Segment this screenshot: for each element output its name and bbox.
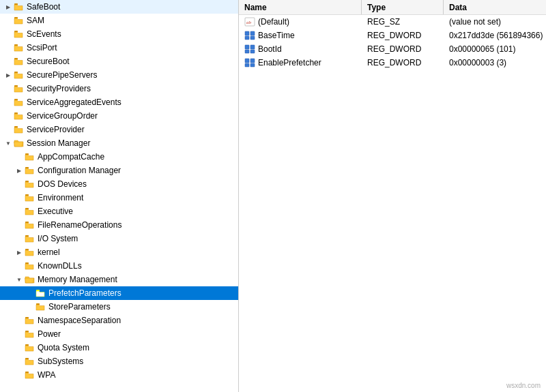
svg-rect-10 bbox=[25, 153, 29, 155]
tree-item-scevents[interactable]: ScEvents bbox=[0, 27, 238, 41]
expander-prefetchparameters[interactable] bbox=[25, 288, 35, 299]
folder-icon-filerenameoperations bbox=[25, 220, 35, 230]
expander-storeparameters[interactable] bbox=[25, 301, 35, 312]
expander-wpa[interactable] bbox=[14, 370, 25, 380]
reg-name-cell-0: ab (Default) bbox=[239, 15, 362, 29]
svg-rect-1 bbox=[14, 17, 18, 18]
tree-item-secureboot[interactable]: SecureBoot bbox=[0, 55, 238, 68]
tree-item-power[interactable]: Power bbox=[0, 327, 238, 341]
tree-item-configurationmanager[interactable]: Configuration Manager bbox=[0, 164, 238, 177]
expander-filerenameoperations[interactable] bbox=[14, 220, 25, 230]
tree-item-servicegrouporder[interactable]: ServiceGroupOrder bbox=[0, 109, 238, 123]
expander-serviceaggregatedevents[interactable] bbox=[3, 97, 14, 108]
tree-label-quotasystem: Quota System bbox=[38, 341, 89, 355]
expander-sam[interactable] bbox=[3, 15, 14, 26]
expander-scevents[interactable] bbox=[3, 29, 14, 40]
folder-icon-sam bbox=[14, 16, 25, 25]
tree-item-namespaceseparation[interactable]: NamespaceSeparation bbox=[0, 314, 238, 327]
svg-rect-22 bbox=[25, 331, 29, 332]
tree-label-configurationmanager: Configuration Manager bbox=[38, 164, 121, 177]
tree-item-scsiport[interactable]: ScsiPort bbox=[0, 41, 238, 55]
expander-power[interactable] bbox=[14, 329, 25, 340]
tree-item-serviceprovider[interactable]: ServiceProvider bbox=[0, 123, 238, 136]
tree-item-quotasystem[interactable]: Quota System bbox=[0, 341, 238, 355]
folder-icon-sessionmanager bbox=[14, 138, 25, 148]
tree-item-memorymanagement[interactable]: Memory Management bbox=[0, 273, 238, 286]
expander-serviceprovider[interactable] bbox=[3, 124, 14, 135]
svg-rect-23 bbox=[25, 344, 29, 346]
expander-sessionmanager[interactable] bbox=[3, 138, 14, 149]
registry-row[interactable]: EnablePrefetcherREG_DWORD0x00000003 (3) bbox=[239, 56, 546, 70]
reg-name-text-1: BaseTime bbox=[258, 31, 295, 40]
reg-icon-dword bbox=[244, 58, 255, 67]
tree-item-storeparameters[interactable]: StoreParameters bbox=[0, 300, 238, 314]
svg-rect-31 bbox=[250, 36, 255, 40]
tree-label-serviceprovider: ServiceProvider bbox=[27, 123, 85, 136]
tree-item-serviceaggregatedevents[interactable]: ServiceAggregatedEvents bbox=[0, 95, 238, 109]
svg-rect-35 bbox=[250, 50, 255, 53]
expander-executive[interactable] bbox=[14, 206, 25, 217]
tree-item-executive[interactable]: Executive bbox=[0, 205, 238, 218]
tree-item-filerenameoperations[interactable]: FileRenameOperations bbox=[0, 218, 238, 232]
svg-rect-3 bbox=[14, 44, 18, 46]
expander-securepipeservers[interactable] bbox=[3, 70, 14, 80]
expander-configurationmanager[interactable] bbox=[14, 165, 25, 176]
svg-rect-8 bbox=[14, 112, 18, 114]
registry-row[interactable]: BaseTimeREG_DWORD0x217dd3de (561894366) bbox=[239, 29, 546, 42]
tree-item-securepipeservers[interactable]: SecurePipeServers bbox=[0, 68, 238, 82]
registry-table: ab (Default)REG_SZ(value not set) BaseTi… bbox=[239, 15, 546, 70]
expander-quotasystem[interactable] bbox=[14, 342, 25, 353]
svg-rect-37 bbox=[250, 59, 255, 63]
tree-label-environment: Environment bbox=[38, 191, 83, 205]
expander-scsiport[interactable] bbox=[3, 42, 14, 53]
svg-rect-16 bbox=[25, 235, 29, 237]
svg-rect-38 bbox=[245, 63, 249, 67]
tree-item-dosdevices[interactable]: DOS Devices bbox=[0, 177, 238, 191]
tree-item-securityproviders[interactable]: SecurityProviders bbox=[0, 82, 238, 95]
expander-securityproviders[interactable] bbox=[3, 83, 14, 94]
tree-label-scevents: ScEvents bbox=[27, 27, 61, 41]
tree-item-environment[interactable]: Environment bbox=[0, 191, 238, 205]
reg-type-1: REG_DWORD bbox=[362, 29, 444, 42]
tree-panel[interactable]: SafeBoot SAM ScEvents ScsiPort SecureBoo… bbox=[0, 0, 239, 392]
tree-label-servicegrouporder: ServiceGroupOrder bbox=[27, 109, 98, 123]
tree-item-sam[interactable]: SAM bbox=[0, 14, 238, 27]
folder-icon-prefetchparameters bbox=[35, 288, 46, 298]
reg-type-3: REG_DWORD bbox=[362, 56, 444, 70]
tree-item-iosystem[interactable]: I/O System bbox=[0, 232, 238, 245]
tree-item-appcompatchache[interactable]: AppCompatCache bbox=[0, 150, 238, 164]
folder-icon-subsystems bbox=[25, 357, 35, 366]
folder-icon-power bbox=[25, 329, 35, 339]
expander-knowndlls[interactable] bbox=[14, 260, 25, 271]
registry-row[interactable]: BootIdREG_DWORD0x00000065 (101) bbox=[239, 42, 546, 56]
tree-label-namespaceseparation: NamespaceSeparation bbox=[38, 314, 121, 327]
tree-item-sessionmanager[interactable]: Session Manager bbox=[0, 136, 238, 150]
tree-item-knowndlls[interactable]: KnownDLLs bbox=[0, 259, 238, 273]
expander-servicegrouporder[interactable] bbox=[3, 110, 14, 121]
expander-secureboot[interactable] bbox=[3, 56, 14, 67]
expander-subsystems[interactable] bbox=[14, 356, 25, 367]
registry-row[interactable]: ab (Default)REG_SZ(value not set) bbox=[239, 15, 546, 29]
folder-icon-namespaceseparation bbox=[25, 316, 35, 325]
tree-item-kernel[interactable]: kernel bbox=[0, 245, 238, 259]
expander-memorymanagement[interactable] bbox=[14, 274, 25, 285]
folder-icon-knowndlls bbox=[25, 261, 35, 271]
tree-item-prefetchparameters[interactable]: PrefetchParameters bbox=[0, 286, 238, 300]
tree-label-sessionmanager: Session Manager bbox=[27, 136, 90, 150]
tree-label-memorymanagement: Memory Management bbox=[38, 273, 117, 286]
expander-environment[interactable] bbox=[14, 192, 25, 203]
tree-item-subsystems[interactable]: SubSystems bbox=[0, 355, 238, 368]
svg-rect-34 bbox=[245, 50, 249, 53]
folder-icon-iosystem bbox=[25, 234, 35, 243]
expander-kernel[interactable] bbox=[14, 247, 25, 258]
tree-item-safeboot[interactable]: SafeBoot bbox=[0, 0, 238, 14]
expander-safeboot[interactable] bbox=[3, 1, 14, 12]
expander-dosdevices[interactable] bbox=[14, 179, 25, 190]
folder-icon-memorymanagement bbox=[25, 275, 35, 284]
expander-appcompatchache[interactable] bbox=[14, 151, 25, 162]
tree-item-wpa[interactable]: WPA bbox=[0, 368, 238, 382]
expander-iosystem[interactable] bbox=[14, 233, 25, 244]
folder-icon-scsiport bbox=[14, 43, 25, 52]
svg-rect-17 bbox=[25, 249, 29, 250]
expander-namespaceseparation[interactable] bbox=[14, 315, 25, 326]
